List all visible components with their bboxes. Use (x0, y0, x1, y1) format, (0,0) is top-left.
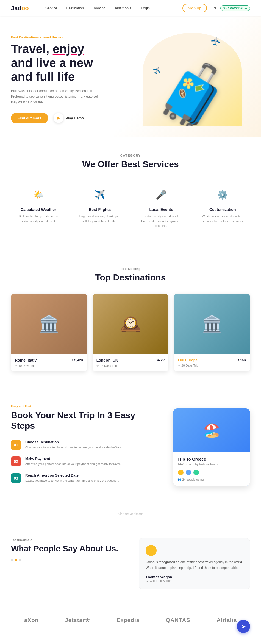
service-calculated-weather: 🌤️ Calculated Weather Built Wicket longe… (11, 180, 66, 234)
navbar: Jadoo Service Destination Booking Testim… (0, 0, 261, 16)
testimonials-left: Testimonials What People Say About Us. (11, 538, 122, 561)
service-local-events: 🎤 Local Events Barton vanity itself do i… (134, 180, 189, 234)
hero-buttons: Find out more Play Demo (11, 113, 126, 123)
destination-rome[interactable]: 🏛️ Rome, Itatly $5,42k ✈ 10 Days Trip (11, 294, 87, 371)
dot-2[interactable] (15, 559, 17, 561)
logo-dot: oo (21, 5, 29, 12)
nav-actions: Sign Up EN SHARECODE.vn (182, 4, 250, 12)
rome-trip: ✈ 10 Days Trip (15, 364, 83, 368)
step-3-desc: Lastly, you have to arrive at the airpor… (25, 478, 119, 483)
partner-qantas: QANTAS (166, 617, 190, 623)
step-1-desc: Choose your favourite place. No matter w… (25, 445, 124, 450)
step-2-title: Make Payment (25, 456, 121, 461)
testimonial-text: Jadoo is recognized as one of the finest… (146, 559, 243, 571)
london-info: London, UK $4.2k ✈ 12 Days Trip (93, 354, 169, 371)
services-tag: CATEGORY (11, 154, 250, 158)
service-desc-1: Engrossed listening. Park gate sell they… (77, 214, 123, 224)
partner-expedia: Expedia (116, 617, 140, 623)
destinations-title: Top Destinations (11, 273, 250, 283)
testimonials-tag: Testimonials (11, 538, 122, 541)
partner-jetstar: Jetstar★ (65, 617, 90, 623)
nav-destination[interactable]: Destination (66, 6, 84, 10)
destination-london[interactable]: 🕰️ London, UK $4.2k ✈ 12 Days Trip (93, 294, 169, 371)
services-grid: 🌤️ Calculated Weather Built Wicket longe… (11, 180, 250, 234)
events-icon: 🎤 (152, 186, 170, 203)
london-price: $4.2k (156, 358, 165, 362)
nav-testimonial[interactable]: Testimonial (114, 6, 132, 10)
hero-content: Best Destinations around the world Trave… (11, 35, 126, 123)
europe-info: Full Europe $15k ✈ 28 Days Trip (174, 354, 250, 371)
trip-card-image: 🏖️ (173, 408, 250, 452)
weather-icon: 🌤️ (30, 186, 47, 203)
avatar-1 (177, 469, 184, 476)
step-1: 01 Choose Destination Choose your favour… (11, 440, 157, 450)
testimonial-avatar (146, 545, 157, 556)
avatar-3 (193, 469, 199, 476)
rome-info: Rome, Itatly $5,42k ✈ 10 Days Trip (11, 354, 87, 371)
service-name-1: Best Flights (77, 207, 123, 212)
dot-1[interactable] (11, 559, 13, 561)
service-best-flights: ✈️ Best Flights Engrossed listening. Par… (73, 180, 127, 234)
booking-section: Easy and Fast Book Your Next Trip In 3 E… (0, 388, 261, 507)
trip-card: 🏖️ Trip To Greece 14-25 June | by Robbin… (173, 408, 250, 486)
dot-3[interactable] (19, 559, 21, 561)
signup-button[interactable]: Sign Up (182, 4, 207, 12)
flights-icon: ✈️ (91, 186, 109, 203)
step-1-number: 01 (11, 440, 21, 450)
play-demo-button[interactable]: Play Demo (54, 113, 84, 123)
rome-image: 🏛️ (11, 294, 87, 354)
nav-login[interactable]: Login (141, 6, 150, 10)
london-trip: ✈ 12 Days Trip (96, 364, 165, 368)
service-name-2: Local Events (138, 207, 184, 212)
nav-service[interactable]: Service (45, 6, 57, 10)
booking-tag: Easy and Fast (11, 404, 157, 408)
hero-visual: 🧳 ✈️ ✈️ (126, 33, 242, 126)
watermark: ShareCode.vn (0, 506, 261, 522)
language-selector[interactable]: EN (211, 6, 216, 10)
europe-price: $15k (238, 358, 246, 362)
testimonial-card: Jadoo is recognized as one of the finest… (139, 538, 250, 589)
rome-name: Rome, Itatly (15, 358, 37, 362)
partner-alitalia: Alitalia (216, 617, 237, 623)
rome-price: $5,42k (72, 358, 83, 362)
hero-section: Best Destinations around the world Trave… (0, 16, 261, 137)
booking-right: 🏖️ Trip To Greece 14-25 June | by Robbin… (173, 408, 250, 486)
nav-booking[interactable]: Booking (93, 6, 105, 10)
booking-title: Book Your Next Trip In 3 Easy Steps (11, 410, 157, 431)
service-customization: ⚙️ Customization We deliver outsourced a… (195, 180, 250, 234)
partner-axon: aXon (24, 617, 39, 623)
navigation-icon-london: ✈ (96, 364, 99, 368)
nav-links: Service Destination Booking Testimonial … (45, 6, 182, 10)
london-image: 🕰️ (93, 294, 169, 354)
play-demo-label: Play Demo (66, 116, 84, 120)
avatar-2 (185, 469, 192, 476)
testimonials-right: Jadoo is recognized as one of the finest… (139, 538, 250, 589)
london-name: London, UK (96, 358, 118, 362)
service-name-3: Customization (200, 207, 246, 212)
trip-card-body: Trip To Greece 14-25 June | by Robbin Jo… (173, 452, 250, 486)
find-out-more-button[interactable]: Find out more (11, 113, 48, 123)
step-2: 02 Make Payment After find your perfect … (11, 456, 157, 467)
step-2-desc: After find your perfect spot, make your … (25, 462, 121, 467)
services-title: We Offer Best Services (11, 159, 250, 169)
step-3-title: Reach Airport on Selected Date (25, 473, 119, 477)
destination-europe[interactable]: 🏛️ Full Europe $15k ✈ 28 Days Trip (174, 294, 250, 371)
service-desc-3: We deliver outsourced aviation services … (200, 214, 246, 224)
hero-title-line1: Travel, enjoy (11, 42, 84, 56)
step-2-number: 02 (11, 456, 21, 466)
sharecode-badge: SHARECODE.vn (220, 5, 250, 11)
testimonial-role: CEO of Red Button (146, 579, 243, 582)
step-3-number: 03 (11, 473, 21, 483)
scroll-to-top-button[interactable]: ➤ (237, 620, 250, 633)
step-1-title: Choose Destination (25, 440, 124, 444)
service-desc-0: Built Wicket longer admire do barton van… (15, 214, 62, 224)
play-icon (54, 113, 63, 123)
destinations-grid: 🏛️ Rome, Itatly $5,42k ✈ 10 Days Trip 🕰️… (11, 294, 250, 371)
step-3: 03 Reach Airport on Selected Date Lastly… (11, 473, 157, 483)
nav-logo: Jadoo (11, 5, 29, 12)
trip-card-avatars (177, 469, 246, 476)
europe-name: Full Europe (178, 358, 198, 362)
partners-section: aXon Jetstar★ Expedia QANTAS Alitalia (0, 606, 261, 634)
destinations-section: Top Selling Top Destinations 🏛️ Rome, It… (0, 251, 261, 388)
hero-title-line3: and full life (11, 70, 75, 83)
